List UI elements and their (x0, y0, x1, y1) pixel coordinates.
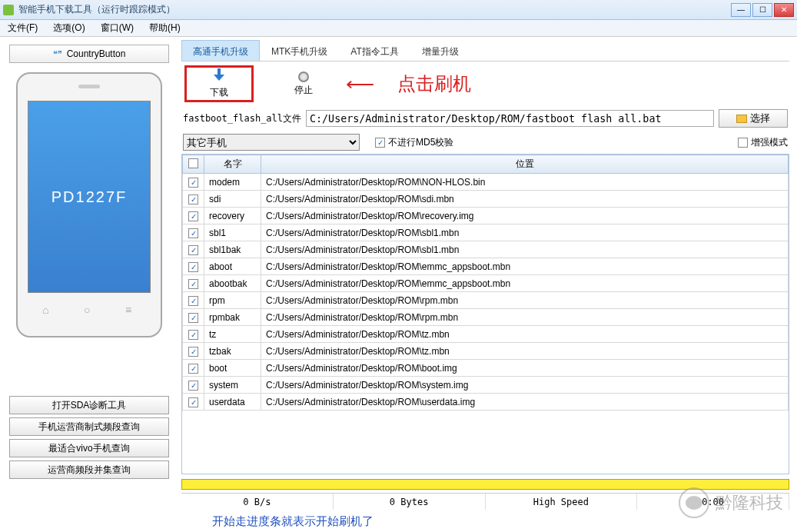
table-row[interactable]: ✓sbl1C:/Users/Administrator/Desktop/ROM\… (183, 224, 789, 241)
menu-help[interactable]: 帮助(H) (146, 20, 184, 36)
table-row[interactable]: ✓rpmbakC:/Users/Administrator/Desktop/RO… (183, 309, 789, 326)
stop-label: 停止 (294, 84, 313, 97)
file-table: 名字 位置 ✓modemC:/Users/Administrator/Deskt… (181, 154, 789, 474)
phone-screen: PD1227F (28, 101, 151, 293)
row-name: sbl1 (204, 224, 261, 241)
row-checkbox-icon[interactable]: ✓ (188, 330, 198, 340)
row-checkbox-icon[interactable]: ✓ (188, 279, 198, 289)
row-checkbox-icon[interactable]: ✓ (188, 313, 198, 323)
row-checkbox-icon[interactable]: ✓ (188, 228, 198, 238)
menu-window[interactable]: 窗口(W) (98, 20, 137, 36)
window-title: 智能手机下载工具（运行时跟踪模式） (18, 3, 731, 16)
phone-model-label: PD1227F (51, 188, 128, 206)
options-row: 其它手机 ✓ 不进行MD5校验 增强模式 (181, 131, 789, 154)
file-row: fastboot_flash_all文件 选择 (181, 106, 789, 131)
menu-options[interactable]: 选项(O) (50, 20, 88, 36)
enhanced-label: 增强模式 (751, 136, 788, 149)
row-name: rpm (204, 292, 261, 309)
row-checkbox-icon[interactable]: ✓ (188, 245, 198, 255)
row-checkbox-icon[interactable]: ✓ (188, 397, 198, 407)
checkbox-icon (738, 138, 748, 148)
row-checkbox-icon[interactable]: ✓ (188, 211, 198, 221)
status-rate: 0 B/s (181, 494, 334, 510)
choose-file-button[interactable]: 选择 (719, 109, 788, 128)
table-row[interactable]: ✓abootbakC:/Users/Administrator/Desktop/… (183, 275, 789, 292)
watermark: 黔隆科技 (679, 487, 783, 518)
skip-md5-checkbox[interactable]: ✓ 不进行MD5校验 (375, 136, 453, 149)
menu-icon: ≡ (125, 304, 136, 311)
row-checkbox-icon[interactable]: ✓ (188, 296, 198, 306)
window-controls: — ☐ ✕ (731, 3, 794, 17)
toolbar: 下载 停止 ⟵ 点击刷机 (181, 62, 789, 106)
content: 高通手机升级 MTK手机升级 AT指令工具 增量升级 下载 停止 ⟵ 点击刷机 … (178, 37, 797, 532)
status-speed: High Speed (486, 494, 638, 510)
download-arrow-icon (211, 68, 227, 85)
row-location: C:/Users/Administrator/Desktop/ROM\tz.mb… (261, 326, 789, 343)
table-row[interactable]: ✓userdataC:/Users/Administrator/Desktop/… (183, 394, 789, 411)
table-row[interactable]: ✓sdiC:/Users/Administrator/Desktop/ROM\s… (183, 191, 789, 208)
row-location: C:/Users/Administrator/Desktop/ROM\syste… (261, 377, 789, 394)
row-name: modem (204, 174, 261, 191)
row-location: C:/Users/Administrator/Desktop/ROM\rpm.m… (261, 309, 789, 326)
checkbox-icon: ✓ (375, 138, 385, 148)
row-location: C:/Users/Administrator/Desktop/ROM\tz.mb… (261, 343, 789, 360)
row-name: sbl1bak (204, 241, 261, 258)
country-button[interactable]: ❝❞ CountryButton (9, 45, 169, 63)
download-label: 下载 (210, 86, 228, 99)
file-label: fastboot_flash_all文件 (183, 112, 301, 125)
vivo-query-button[interactable]: 最适合vivo手机查询 (9, 439, 169, 457)
row-checkbox-icon[interactable]: ✓ (188, 178, 198, 188)
table-row[interactable]: ✓tzC:/Users/Administrator/Desktop/ROM\tz… (183, 326, 789, 343)
country-icon: ❝❞ (53, 49, 62, 59)
minimize-button[interactable]: — (731, 3, 751, 17)
row-checkbox-icon[interactable]: ✓ (188, 364, 198, 374)
row-checkbox-icon[interactable]: ✓ (188, 195, 198, 204)
row-location: C:/Users/Administrator/Desktop/ROM\NON-H… (261, 174, 789, 191)
table-row[interactable]: ✓abootC:/Users/Administrator/Desktop/ROM… (183, 258, 789, 275)
table-row[interactable]: ✓recoveryC:/Users/Administrator/Desktop/… (183, 208, 789, 224)
row-location: C:/Users/Administrator/Desktop/ROM\userd… (261, 394, 789, 411)
phone-speaker-icon (78, 85, 100, 88)
stop-button[interactable]: 停止 (269, 65, 338, 102)
table-row[interactable]: ✓rpmC:/Users/Administrator/Desktop/ROM\r… (183, 292, 789, 309)
close-button[interactable]: ✕ (774, 3, 794, 17)
row-location: C:/Users/Administrator/Desktop/ROM\emmc_… (261, 275, 789, 292)
table-row[interactable]: ✓systemC:/Users/Administrator/Desktop/RO… (183, 377, 789, 394)
enhanced-mode-checkbox[interactable]: 增强模式 (738, 136, 788, 149)
table-row[interactable]: ✓sbl1bakC:/Users/Administrator/Desktop/R… (183, 241, 789, 258)
row-name: recovery (204, 208, 261, 224)
phone-nav-icons: ⌂ ○ ≡ (42, 304, 136, 311)
tabs: 高通手机升级 MTK手机升级 AT指令工具 增量升级 (181, 40, 789, 62)
table-row[interactable]: ✓modemC:/Users/Administrator/Desktop/ROM… (183, 174, 789, 191)
row-checkbox-icon[interactable]: ✓ (188, 347, 198, 357)
stop-icon (298, 71, 309, 82)
watermark-text: 黔隆科技 (716, 491, 783, 514)
row-name: aboot (204, 258, 261, 275)
wechat-icon (679, 487, 709, 518)
table-row[interactable]: ✓bootC:/Users/Administrator/Desktop/ROM\… (183, 360, 789, 377)
tab-mtk[interactable]: MTK手机升级 (260, 40, 339, 61)
download-button[interactable]: 下载 (184, 65, 254, 102)
menu-file[interactable]: 文件(F) (5, 20, 41, 36)
status-bytes: 0 Bytes (334, 494, 486, 510)
tab-incremental[interactable]: 增量升级 (410, 40, 470, 61)
row-name: userdata (204, 394, 261, 411)
tab-at[interactable]: AT指令工具 (339, 40, 410, 61)
table-row[interactable]: ✓tzbakC:/Users/Administrator/Desktop/ROM… (183, 343, 789, 360)
annotation-text: 点击刷机 (397, 71, 471, 96)
tab-qualcomm[interactable]: 高通手机升级 (181, 40, 260, 61)
titlebar: 智能手机下载工具（运行时跟踪模式） — ☐ ✕ (0, 0, 797, 20)
file-path-input[interactable] (306, 110, 714, 127)
row-checkbox-icon[interactable]: ✓ (188, 262, 198, 272)
header-checkbox[interactable] (183, 155, 204, 174)
phone-type-select[interactable]: 其它手机 (183, 134, 360, 151)
header-name[interactable]: 名字 (204, 155, 261, 174)
carrier-band-button[interactable]: 手机运营商制式频段查询 (9, 417, 169, 436)
header-location[interactable]: 位置 (261, 155, 789, 174)
maximize-button[interactable]: ☐ (752, 3, 772, 17)
home-icon: ○ (84, 304, 95, 311)
band-collect-button[interactable]: 运营商频段并集查询 (9, 461, 169, 479)
row-checkbox-icon[interactable]: ✓ (188, 381, 198, 391)
row-location: C:/Users/Administrator/Desktop/ROM\rpm.m… (261, 292, 789, 309)
open-sda-button[interactable]: 打开SDA诊断工具 (9, 396, 169, 414)
